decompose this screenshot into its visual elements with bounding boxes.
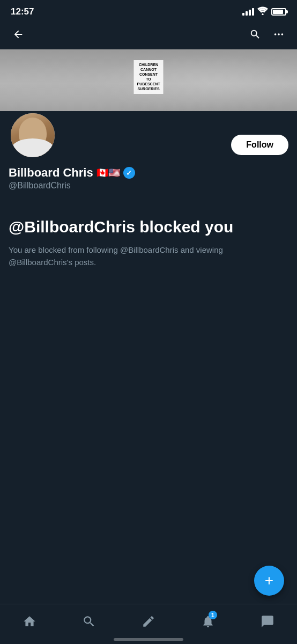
nav-messages[interactable] [254,610,281,633]
blocked-description: You are blocked from following @Billboar… [9,244,288,268]
home-indicator [114,638,183,641]
verified-badge [123,167,135,179]
nav-notifications[interactable]: 1 [195,610,221,633]
avatar [9,111,57,159]
header-nav [0,21,297,49]
signal-icon [242,8,254,16]
flag-emojis: 🇨🇦🇺🇸 [96,167,120,179]
notification-badge: 1 [209,611,217,619]
follow-button[interactable]: Follow [231,135,288,155]
profile-section: Follow Billboard Chris 🇨🇦🇺🇸 @BillboardCh… [0,111,297,191]
svg-point-3 [281,33,284,35]
nav-home[interactable] [16,610,43,633]
nav-post[interactable] [135,610,162,633]
more-options-button[interactable] [269,25,288,44]
sign-text: CHILDREN CANNOT CONSENT TO PUBESCENT SUR… [134,60,164,94]
user-handle: @BillboardChris [9,181,288,191]
avatar-row: Follow [9,111,288,159]
svg-point-1 [274,33,277,35]
blocked-title: @BillboardChris blocked you [9,217,288,237]
blocked-section: @BillboardChris blocked you You are bloc… [0,201,297,279]
compose-icon: + [265,573,273,588]
status-icons [242,6,286,17]
svg-point-0 [262,13,263,15]
display-name-row: Billboard Chris 🇨🇦🇺🇸 [9,166,288,180]
main-content [0,279,297,547]
wifi-icon [257,6,268,17]
nav-search[interactable] [76,610,102,633]
back-button[interactable] [9,25,28,44]
svg-point-2 [278,33,280,35]
compose-button[interactable]: + [254,566,284,596]
status-time: 12:57 [11,6,34,17]
battery-icon [271,8,286,16]
status-bar: 12:57 [0,0,297,21]
search-button[interactable] [246,25,265,44]
header-right [246,25,288,44]
display-name: Billboard Chris [9,166,93,180]
